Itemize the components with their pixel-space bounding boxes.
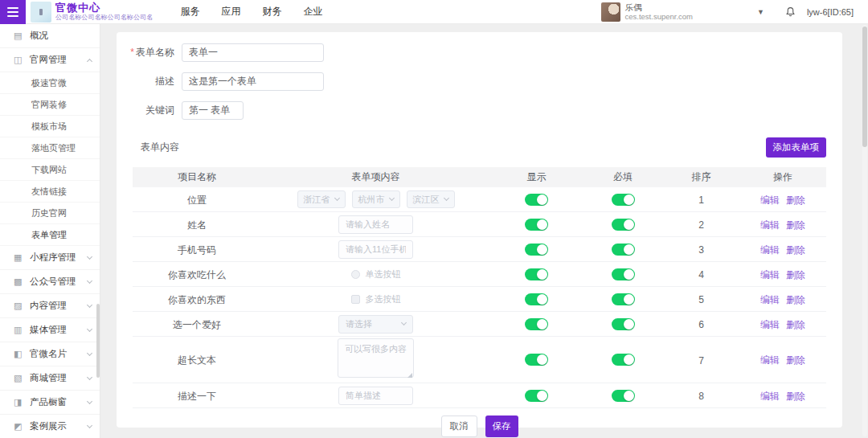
sidebar-subitem-5[interactable]: 下载网站 <box>0 159 100 181</box>
sidebar-subitem-label: 极速官微 <box>31 77 67 89</box>
region-select[interactable]: 滨江区 <box>407 190 455 208</box>
show-toggle[interactable] <box>525 244 548 256</box>
item-content-cell <box>261 338 490 381</box>
chevron-down-icon <box>87 350 92 355</box>
edit-link[interactable]: 编辑 <box>760 354 780 366</box>
order-cell: 1 <box>663 192 739 207</box>
form-field-label: 描述 <box>128 75 174 88</box>
required-cell <box>583 219 663 231</box>
sidebar-subitem-4[interactable]: 落地页管理 <box>0 137 100 159</box>
delete-link[interactable]: 删除 <box>786 194 805 206</box>
nav-item-3[interactable]: 财务 <box>263 5 282 18</box>
item-name: 手机号码 <box>178 244 216 256</box>
delete-link[interactable]: 删除 <box>786 294 805 305</box>
sidebar-subitem-3[interactable]: 模板市场 <box>0 116 100 137</box>
delete-link[interactable]: 删除 <box>786 354 805 366</box>
required-toggle[interactable] <box>612 244 635 256</box>
radio-option-preview[interactable]: 单选按钮 <box>351 268 401 280</box>
item-name-cell: 位置 <box>133 192 261 207</box>
form-description-input[interactable] <box>182 72 324 91</box>
nav-item-2[interactable]: 应用 <box>222 5 241 18</box>
sidebar-item-case[interactable]: ◩案例展示 <box>0 415 100 438</box>
edit-link[interactable]: 编辑 <box>760 244 780 256</box>
user-avatar[interactable] <box>601 2 620 22</box>
add-form-item-button[interactable]: 添加表单项 <box>766 137 827 158</box>
required-toggle[interactable] <box>612 293 635 305</box>
sidebar-item-media[interactable]: ▥媒体管理 <box>0 318 100 342</box>
checkbox-option-preview[interactable]: 多选按钮 <box>351 293 401 305</box>
show-cell <box>490 318 583 330</box>
sidebar-item-mall[interactable]: ▧商城管理 <box>0 366 100 391</box>
user-menu-caret-icon[interactable]: ▼ <box>757 8 764 16</box>
sidebar-item-content[interactable]: ▨内容管理 <box>0 294 100 318</box>
edit-link[interactable]: 编辑 <box>760 294 780 305</box>
required-toggle[interactable] <box>612 219 635 231</box>
show-toggle[interactable] <box>525 354 548 366</box>
edit-link[interactable]: 编辑 <box>760 391 780 402</box>
show-toggle[interactable] <box>525 268 548 280</box>
delete-link[interactable]: 删除 <box>786 219 805 231</box>
sidebar-subitem-label: 下载网站 <box>31 164 67 176</box>
textarea-preview[interactable] <box>338 338 414 378</box>
sidebar-subitem-1[interactable]: 极速官微 <box>0 72 100 94</box>
nav-item-4[interactable]: 企业 <box>304 5 323 18</box>
region-select[interactable]: 浙江省 <box>297 190 346 208</box>
edit-link[interactable]: 编辑 <box>760 194 780 206</box>
required-toggle[interactable] <box>612 268 635 280</box>
sidebar-item-label: 产品橱窗 <box>30 396 88 408</box>
sidebar-item-product[interactable]: ◨产品橱窗 <box>0 391 100 415</box>
region-select[interactable]: 杭州市 <box>352 190 400 208</box>
sidebar-subitem-label: 历史官网 <box>31 207 67 219</box>
sidebar-scrollbar-thumb[interactable] <box>96 304 100 378</box>
top-header: 官微中心 公司名称公司名称公司名称公司名 服务应用财务企业 乐偶 ces.tes… <box>0 0 868 24</box>
edit-link[interactable]: 编辑 <box>760 219 780 231</box>
sidebar-item-overview[interactable]: ▤概况 <box>0 24 100 48</box>
cancel-button[interactable]: 取消 <box>441 415 477 437</box>
item-name: 姓名 <box>187 219 207 231</box>
form-name-input[interactable] <box>182 43 324 62</box>
select-preview[interactable]: 请选择 <box>338 315 413 334</box>
sidebar-item-label: 商城管理 <box>30 372 88 384</box>
notifications-bell-icon[interactable] <box>785 6 796 18</box>
sidebar-item-wechat-account[interactable]: ▩公众号管理 <box>0 270 100 294</box>
edit-link[interactable]: 编辑 <box>760 269 780 280</box>
delete-link[interactable]: 删除 <box>786 269 805 280</box>
chevron-up-icon <box>87 58 92 63</box>
required-toggle[interactable] <box>612 194 635 206</box>
menu-toggle-button[interactable] <box>0 0 26 24</box>
text-input-preview[interactable] <box>338 387 413 405</box>
sidebar-item-miniprogram[interactable]: ▦小程序管理 <box>0 246 100 270</box>
required-toggle[interactable] <box>612 318 635 330</box>
delete-link[interactable]: 删除 <box>786 391 805 402</box>
show-cell <box>490 268 583 280</box>
main-content: *表单名称描述关键词 表单内容 添加表单项 项目名称表单项内容显示必填排序操作 … <box>100 24 868 438</box>
table-row: 选一个爱好请选择6编辑删除 <box>133 312 826 337</box>
show-toggle[interactable] <box>525 293 548 305</box>
resize-handle-icon[interactable] <box>407 373 412 378</box>
order-number: 3 <box>698 244 704 256</box>
show-toggle[interactable] <box>525 318 548 330</box>
required-toggle[interactable] <box>612 390 635 402</box>
save-button[interactable]: 保存 <box>485 415 518 437</box>
nav-item-1[interactable]: 服务 <box>181 5 200 18</box>
delete-link[interactable]: 删除 <box>786 244 805 256</box>
text-input-preview[interactable] <box>338 215 413 234</box>
sidebar-subitem-7[interactable]: 历史官网 <box>0 203 100 224</box>
sidebar-item-card[interactable]: ◧官微名片 <box>0 342 100 366</box>
sidebar-subitem-8[interactable]: 表单管理 <box>0 224 100 246</box>
show-toggle[interactable] <box>525 194 548 206</box>
sidebar-item-website[interactable]: ◫官网管理 <box>0 48 100 72</box>
required-toggle[interactable] <box>612 354 635 366</box>
sidebar-subitem-6[interactable]: 友情链接 <box>0 181 100 203</box>
table-row: 超长文本7编辑删除 <box>133 337 826 383</box>
show-toggle[interactable] <box>525 219 548 231</box>
sidebar-subitem-2[interactable]: 官网装修 <box>0 94 100 116</box>
text-input-preview[interactable] <box>338 240 413 259</box>
delete-link[interactable]: 删除 <box>786 319 805 330</box>
show-toggle[interactable] <box>525 390 548 402</box>
table-row: 你喜欢的东西多选按钮5编辑删除 <box>133 287 826 312</box>
chevron-down-icon <box>401 320 407 325</box>
edit-link[interactable]: 编辑 <box>760 319 780 330</box>
page-scrollbar[interactable] <box>862 25 867 436</box>
form-keywords-input[interactable] <box>182 101 244 120</box>
